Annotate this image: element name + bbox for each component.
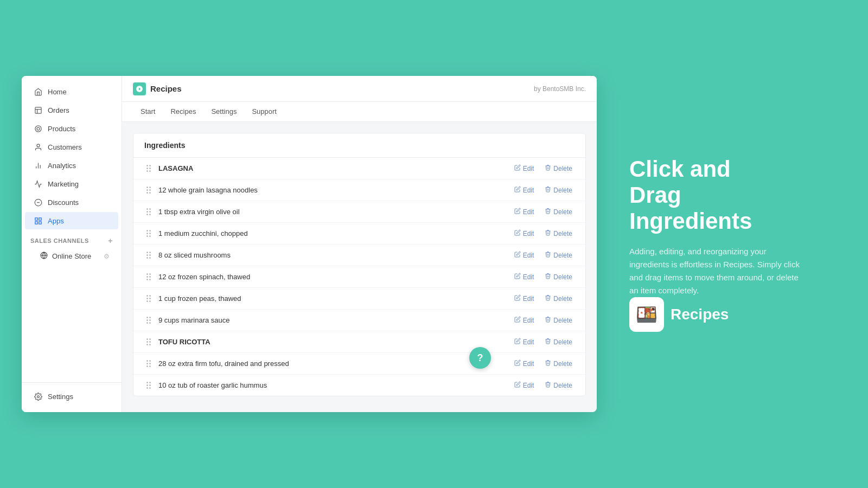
tab-start[interactable]: Start <box>133 102 163 122</box>
online-store-label: Online Store <box>52 252 91 260</box>
edit-button[interactable]: Edit <box>512 380 537 390</box>
edit-label: Edit <box>523 317 534 324</box>
delete-button[interactable]: Delete <box>542 358 575 369</box>
sidebar-item-settings[interactable]: Settings <box>25 388 118 405</box>
products-icon <box>34 124 42 133</box>
customers-icon <box>34 143 42 151</box>
delete-label: Delete <box>553 165 572 172</box>
delete-button[interactable]: Delete <box>542 380 575 390</box>
tab-support[interactable]: Support <box>244 102 284 122</box>
delete-label: Delete <box>553 252 572 259</box>
edit-button[interactable]: Edit <box>512 358 537 369</box>
table-row: TOFU RICOTTA Edit Delete <box>133 331 585 353</box>
edit-button[interactable]: Edit <box>512 337 537 347</box>
edit-button[interactable]: Edit <box>512 293 537 304</box>
nav-tabs: Start Recipes Settings Support <box>122 102 597 122</box>
sidebar-item-marketing[interactable]: Marketing <box>25 175 118 192</box>
delete-button[interactable]: Delete <box>542 185 575 195</box>
brand-icon: 🍱 <box>629 297 664 332</box>
online-store-settings-icon[interactable]: ⚙ <box>104 253 110 260</box>
table-row: LASAGNA Edit Delete <box>133 158 585 179</box>
drag-handle[interactable] <box>144 252 153 259</box>
edit-button[interactable]: Edit <box>512 207 537 217</box>
ingredient-name: 12 oz frozen spinach, thawed <box>158 273 507 281</box>
sidebar: Home Orders Products Customers <box>22 76 122 412</box>
drag-handle[interactable] <box>144 230 153 237</box>
delete-button[interactable]: Delete <box>542 163 575 174</box>
delete-button[interactable]: Delete <box>542 337 575 347</box>
brand-name: Recipes <box>671 306 729 323</box>
main-window: Home Orders Products Customers <box>22 76 597 412</box>
drag-handle[interactable] <box>144 208 153 215</box>
sidebar-item-customers[interactable]: Customers <box>25 138 118 156</box>
sidebar-orders-label: Orders <box>48 106 69 114</box>
drag-handle[interactable] <box>144 295 153 302</box>
ingredients-header: Ingredients <box>133 133 585 158</box>
sidebar-item-home[interactable]: Home <box>25 83 118 100</box>
delete-icon <box>545 251 551 259</box>
row-actions: Edit Delete <box>512 358 575 369</box>
edit-icon <box>514 251 521 259</box>
delete-icon <box>545 164 551 172</box>
svg-rect-11 <box>35 217 37 220</box>
delete-icon <box>545 338 551 346</box>
edit-button[interactable]: Edit <box>512 272 537 282</box>
edit-button[interactable]: Edit <box>512 185 537 195</box>
ingredient-name: 28 oz extra firm tofu, drained and press… <box>158 359 507 368</box>
row-actions: Edit Delete <box>512 293 575 304</box>
app-title: Recipes <box>150 84 182 93</box>
delete-label: Delete <box>553 273 572 281</box>
drag-handle[interactable] <box>144 317 153 324</box>
svg-rect-14 <box>39 221 41 223</box>
delete-button[interactable]: Delete <box>542 228 575 239</box>
ingredient-name: 1 tbsp extra virgin olive oil <box>158 208 507 216</box>
sidebar-item-analytics[interactable]: Analytics <box>25 157 118 174</box>
edit-label: Edit <box>523 382 534 389</box>
edit-button[interactable]: Edit <box>512 250 537 260</box>
edit-button[interactable]: Edit <box>512 315 537 325</box>
delete-label: Delete <box>553 230 572 237</box>
ingredient-name: 10 oz tub of roaster garlic hummus <box>158 381 507 389</box>
edit-icon <box>514 359 521 368</box>
edit-button[interactable]: Edit <box>512 228 537 239</box>
ingredient-name: TOFU RICOTTA <box>158 338 507 346</box>
delete-button[interactable]: Delete <box>542 272 575 282</box>
ingredient-name: 9 cups marinara sauce <box>158 316 507 324</box>
promo-text: Click and Drag Ingredients Adding, editi… <box>629 156 814 298</box>
tab-recipes[interactable]: Recipes <box>163 102 203 122</box>
ingredient-name: 1 medium zucchini, chopped <box>158 229 507 237</box>
delete-label: Delete <box>553 208 572 216</box>
drag-handle[interactable] <box>144 273 153 280</box>
ingredient-name: 8 oz sliced mushrooms <box>158 251 507 259</box>
edit-label: Edit <box>523 338 534 346</box>
ingredient-rows-container: LASAGNA Edit Delete 12 whole grain lasag… <box>133 158 585 396</box>
settings-label: Settings <box>48 393 73 401</box>
drag-handle[interactable] <box>144 338 153 345</box>
add-channel-btn[interactable]: + <box>108 236 113 245</box>
sidebar-item-orders[interactable]: Orders <box>25 101 118 119</box>
app-logo <box>133 82 146 95</box>
tab-settings[interactable]: Settings <box>203 102 244 122</box>
delete-button[interactable]: Delete <box>542 250 575 260</box>
drag-handle[interactable] <box>144 187 153 194</box>
sidebar-item-apps[interactable]: Apps <box>25 212 118 229</box>
row-actions: Edit Delete <box>512 315 575 325</box>
table-row: 9 cups marinara sauce Edit Delete <box>133 310 585 331</box>
sidebar-item-products[interactable]: Products <box>25 120 118 137</box>
edit-button[interactable]: Edit <box>512 163 537 174</box>
row-actions: Edit Delete <box>512 207 575 217</box>
drag-handle[interactable] <box>144 165 153 172</box>
delete-label: Delete <box>553 382 572 389</box>
table-row: 12 whole grain lasagna noodles Edit Dele… <box>133 179 585 201</box>
drag-handle[interactable] <box>144 360 153 367</box>
delete-button[interactable]: Delete <box>542 293 575 304</box>
delete-label: Delete <box>553 317 572 324</box>
sidebar-item-discounts[interactable]: Discounts <box>25 194 118 211</box>
svg-point-4 <box>37 127 40 130</box>
sidebar-item-online-store[interactable]: Online Store ⚙ <box>25 248 118 265</box>
drag-handle[interactable] <box>144 382 153 389</box>
delete-button[interactable]: Delete <box>542 315 575 325</box>
help-button[interactable]: ? <box>469 347 491 369</box>
delete-button[interactable]: Delete <box>542 207 575 217</box>
discounts-icon <box>34 198 42 207</box>
